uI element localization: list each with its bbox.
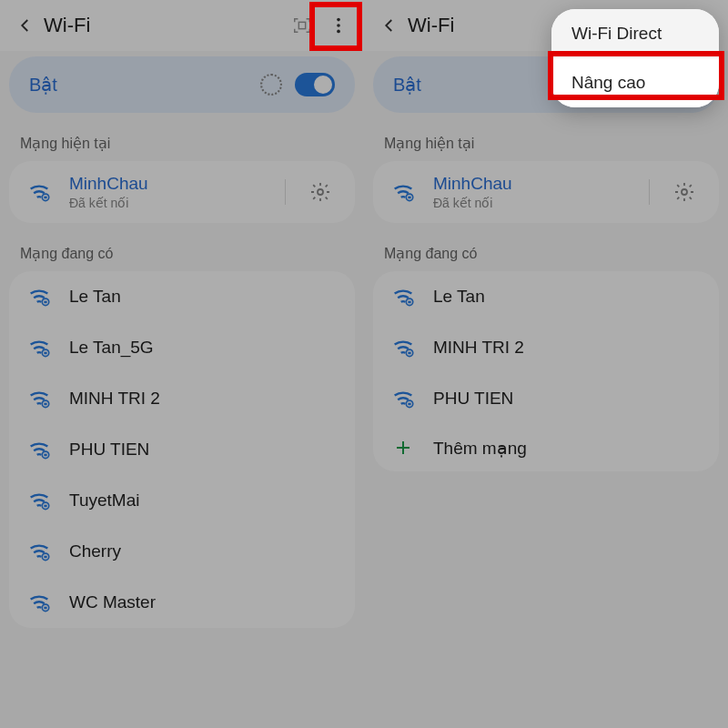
wifi-icon [25,386,53,411]
network-row[interactable]: Le Tan_5G [9,322,355,373]
network-row[interactable]: WC Master [9,577,355,628]
qr-icon [292,15,312,35]
more-menu-button[interactable] [320,7,357,44]
add-network-label: Thêm mạng [433,438,703,459]
connected-network-row[interactable]: MinhChau Đã kết nối [373,161,719,223]
more-vertical-icon [329,15,349,35]
current-network-card: MinhChau Đã kết nối [373,161,719,223]
network-name: Le Tan [69,287,339,307]
wifi-icon [25,284,53,309]
wifi-icon [25,539,53,564]
back-button[interactable] [377,17,402,34]
svg-rect-25 [408,301,410,304]
right-pane: Wi-Fi Bật Mạng hiện tại MinhChau Đã kết … [364,0,728,728]
left-pane: Wi-Fi Bật Mạng hiện tại MinhChau [0,0,364,728]
menu-item-advanced[interactable]: Nâng cao [551,58,719,107]
network-row[interactable]: TuyetMai [9,475,355,526]
svg-rect-8 [44,301,46,304]
network-name: TuyetMai [69,490,339,511]
network-row[interactable]: PHU TIEN [9,424,355,475]
current-network-card: MinhChau Đã kết nối [9,161,355,223]
wifi-icon [25,335,53,360]
svg-point-2 [337,24,340,27]
wifi-switch[interactable] [295,73,335,96]
network-name: Cherry [69,541,339,561]
svg-rect-5 [44,197,46,199]
wifi-icon [389,335,417,360]
network-text: MinhChau Đã kết nối [433,174,632,210]
network-row[interactable]: MINH TRI 2 [9,373,355,424]
connected-network-row[interactable]: MinhChau Đã kết nối [9,161,355,223]
divider [649,179,650,205]
network-row[interactable]: PHU TIEN [373,373,719,424]
chevron-left-icon [17,17,34,34]
loading-spinner-icon [260,74,282,96]
network-row[interactable]: Le Tan [373,271,719,322]
svg-point-3 [337,30,340,34]
available-networks-card: Le TanMINH TRI 2PHU TIENThêm mạng [373,271,719,471]
svg-rect-14 [44,454,46,457]
available-networks-card: Le TanLe Tan_5GMINH TRI 2PHU TIENTuyetMa… [9,271,355,628]
network-name: WC Master [69,592,339,612]
overflow-menu: Wi-Fi Direct Nâng cao [551,9,719,107]
svg-rect-20 [44,607,46,610]
wifi-toggle-row[interactable]: Bật [9,56,355,113]
wifi-icon [389,284,417,309]
chevron-left-icon [381,17,398,34]
toggle-label: Bật [393,74,421,96]
gear-icon [309,181,331,203]
plus-icon [389,437,417,459]
wifi-icon [25,488,53,513]
header: Wi-Fi [0,0,364,51]
wifi-icon [25,590,53,615]
divider [285,179,286,205]
network-settings-button[interactable] [666,181,703,203]
network-name: MINH TRI 2 [433,338,703,358]
svg-rect-27 [408,352,410,355]
svg-rect-22 [408,197,410,199]
network-name: PHU TIEN [69,440,339,460]
network-name: PHU TIEN [433,389,703,409]
menu-item-wifi-direct[interactable]: Wi-Fi Direct [551,9,719,58]
network-text: MinhChau Đã kết nối [69,174,268,210]
section-available-label: Mạng đang có [364,223,728,271]
svg-rect-16 [44,505,46,508]
network-name: MINH TRI 2 [69,389,339,409]
network-name: MinhChau [433,174,632,194]
network-settings-button[interactable] [302,181,339,203]
network-row[interactable]: MINH TRI 2 [373,322,719,373]
svg-rect-12 [44,403,46,406]
wifi-icon [389,179,417,205]
svg-point-23 [682,189,687,195]
svg-rect-10 [44,352,46,355]
toggle-label: Bật [29,74,57,96]
section-available-label: Mạng đang có [0,223,364,271]
network-row[interactable]: Le Tan [9,271,355,322]
gear-icon [673,181,695,203]
add-network-row[interactable]: Thêm mạng [373,424,719,471]
wifi-icon [25,179,53,205]
svg-rect-18 [44,556,46,559]
network-status: Đã kết nối [69,196,268,210]
page-title: Wi-Fi [44,14,284,37]
wifi-icon [389,386,417,411]
section-current-label: Mạng hiện tại [0,113,364,161]
toggle-control [260,73,335,96]
section-current-label: Mạng hiện tại [364,113,728,161]
qr-scan-button[interactable] [284,7,320,44]
svg-point-1 [337,18,340,22]
back-button[interactable] [13,17,38,34]
svg-rect-29 [408,403,410,406]
network-name: Le Tan_5G [69,338,339,358]
wifi-icon [25,437,53,462]
network-row[interactable]: Cherry [9,526,355,577]
svg-point-6 [318,189,323,195]
network-name: MinhChau [69,174,268,194]
network-status: Đã kết nối [433,196,632,210]
svg-rect-0 [298,22,305,28]
network-name: Le Tan [433,287,703,307]
